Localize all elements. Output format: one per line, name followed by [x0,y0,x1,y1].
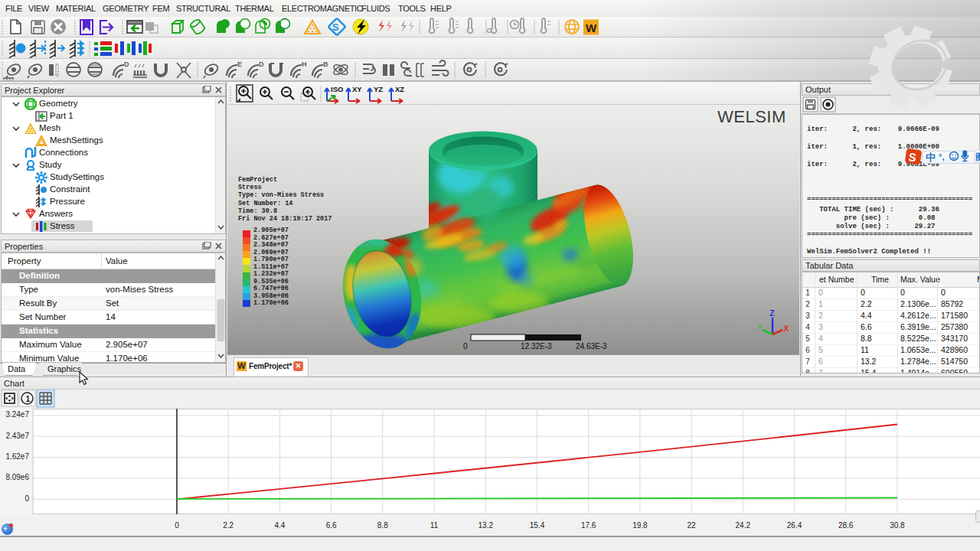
svg-text:24.63E-3: 24.63E-3 [576,342,607,350]
svg-text:1: 1 [26,394,31,403]
svg-text:S: S [332,21,339,33]
svg-text:中: 中 [926,152,936,163]
svg-text:E: E [237,60,242,68]
svg-text:B: B [323,60,328,68]
svg-text:W: W [586,21,597,34]
svg-text:Z: Z [769,308,775,318]
svg-text:0: 0 [463,342,468,350]
svg-text:YZ: YZ [374,85,383,93]
svg-text:XY: XY [352,85,362,93]
svg-text:ISO: ISO [331,85,343,93]
svg-text:X: X [783,324,789,333]
svg-text:°,: °, [939,152,944,161]
svg-text:图: 图 [975,152,980,161]
svg-text:12.32E-3: 12.32E-3 [521,342,552,350]
svg-text:Y: Y [757,322,763,331]
svg-text:D: D [259,60,264,68]
svg-text:H: H [302,60,307,68]
svg-text:XZ: XZ [395,85,404,93]
svg-text:D: D [124,60,129,68]
